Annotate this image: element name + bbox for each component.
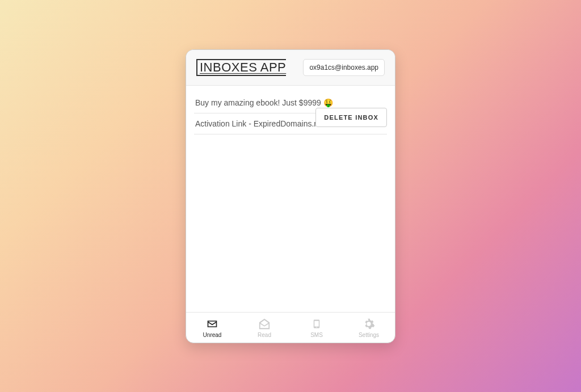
tab-label: Unread [203,332,222,338]
tab-sms[interactable]: SMS [290,313,343,343]
envelope-closed-icon [205,317,219,331]
envelope-open-icon [258,317,271,331]
tab-unread[interactable]: Unread [186,313,238,343]
tab-label: Settings [359,332,379,338]
tab-settings[interactable]: Settings [343,313,395,343]
app-logo: INBOXES APP [196,59,286,76]
gear-icon [362,317,376,331]
app-card: INBOXES APP ox9a1cs@inboxes.app Buy my a… [186,49,395,343]
message-list: Buy my amazing ebook! Just $9999 🤑 Activ… [186,86,395,312]
tab-label: SMS [310,332,323,338]
phone-icon [310,317,323,331]
tab-bar: Unread Read SMS Settings [186,312,395,343]
tab-read[interactable]: Read [238,313,290,343]
tab-label: Read [258,332,271,338]
delete-inbox-button[interactable]: DELETE INBOX [315,108,387,127]
email-address-pill[interactable]: ox9a1cs@inboxes.app [303,59,385,76]
logo-text: INBOXES APP [200,61,286,74]
header: INBOXES APP ox9a1cs@inboxes.app [186,50,395,86]
